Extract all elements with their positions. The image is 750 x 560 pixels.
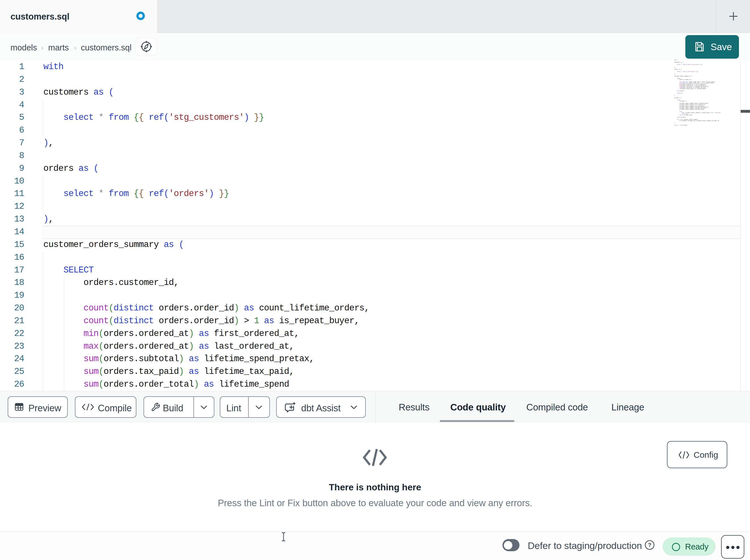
svg-text:?: ? [648, 542, 651, 548]
